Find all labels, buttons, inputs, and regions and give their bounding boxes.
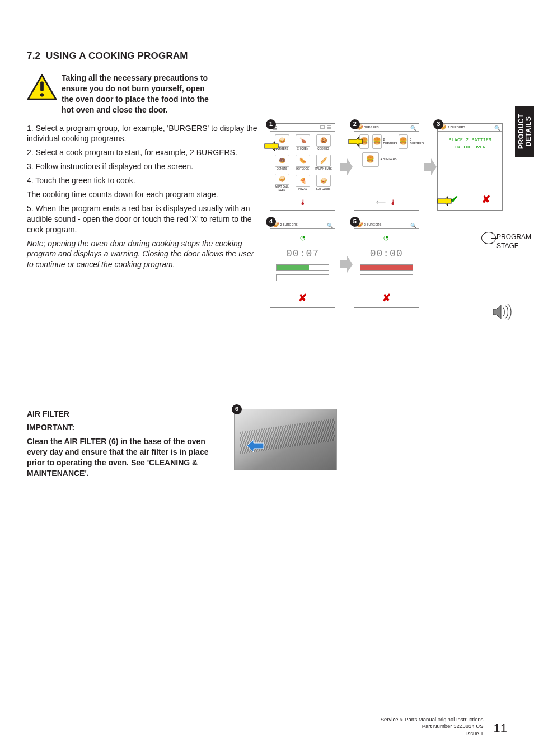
red-x-icon: ✘	[298, 292, 307, 304]
speaker-icon	[491, 302, 513, 321]
page-footer: Service & Parts Manual original Instruct…	[381, 716, 507, 737]
thermometer-icon: 🌡	[299, 197, 307, 208]
figure-column: 1 🥪BURGERS 🍗CHICKEN 🍪COOKIES 🍩DONUTS 🌭HO…	[270, 123, 507, 308]
step-4: 4. Touch the green tick to cook.	[27, 175, 259, 186]
clock-icon: ◔	[274, 234, 331, 242]
footer-line2: Part Number 32Z3814 US	[381, 723, 484, 730]
footer-line3: Issue 1	[381, 730, 484, 737]
magnifier-icon: 🔍	[410, 125, 416, 132]
section-title: 7.2 USING A COOKING PROGRAM	[27, 50, 507, 63]
screen-4-title: 2 BURGERS	[280, 223, 298, 227]
step-5: 5. When the program ends a red bar is di…	[27, 203, 259, 235]
footer-line1: Service & Parts Manual original Instruct…	[381, 716, 484, 723]
air-filter-figure: 6	[234, 409, 338, 479]
screen-3: 3 🥪 2 BURGERS 🔍 PLACE 2 PATTIES IN THE O…	[437, 123, 503, 211]
svg-point-2	[40, 93, 44, 96]
grid-meatball: MEAT BALL SUBS	[272, 185, 292, 192]
clock-icon: ◔	[358, 234, 415, 242]
screen-1: 1 🥪BURGERS 🍗CHICKEN 🍪COOKIES 🍩DONUTS 🌭HO…	[270, 123, 335, 211]
air-filter-text: AIR FILTER IMPORTANT: Clean the AIR FILT…	[27, 409, 223, 479]
lcd-line2: IN THE OVEN	[440, 144, 500, 150]
thermometer-icon: 🌡	[389, 197, 397, 208]
grid-cookies: COOKIES	[317, 147, 329, 151]
arrow-1-2	[340, 158, 354, 175]
page-number: 11	[494, 720, 507, 737]
screen-1-toolbar	[270, 124, 335, 132]
grid-italian: ITALIAN SUBS	[315, 167, 331, 171]
badge-2: 2	[350, 119, 360, 129]
red-x-icon: ✘	[382, 292, 391, 304]
screen-3-title: 2 BURGERS	[448, 125, 466, 129]
badge-4: 4	[266, 217, 276, 227]
pointing-hand-icon	[348, 135, 364, 148]
step-3: 3. Follow instructions if displayed on t…	[27, 161, 259, 172]
pointing-hand-icon	[437, 194, 453, 208]
badge-3: 3	[433, 119, 443, 129]
air-filter-body: Clean the AIR FILTER (6) in the base of …	[27, 436, 223, 479]
screen-5-title: 2 BURGERS	[364, 223, 382, 227]
timer-4: 00:07	[274, 247, 331, 260]
section-title-text: USING A COOKING PROGRAM	[46, 50, 188, 61]
grid-hotdogs: HOTDOGS	[296, 167, 309, 171]
grid-donuts: DONUTS	[277, 167, 287, 171]
side-tab-line1: PRODUCT	[517, 114, 524, 150]
top-rule	[27, 34, 507, 34]
warning-icon	[27, 74, 57, 101]
grid-pizzas: PIZZAS	[298, 188, 307, 191]
program-stage-label: PROGRAM STAGE	[496, 232, 531, 250]
badge-6: 6	[232, 404, 242, 414]
red-x-icon: ✘	[482, 193, 490, 206]
arrow-2-3	[423, 158, 437, 175]
air-filter-heading: AIR FILTER	[27, 409, 223, 419]
svg-rect-3	[321, 125, 324, 129]
screen-5: 5 🥪 2 BURGERS 🔍 ◔ 00:00 ✘	[354, 221, 419, 308]
side-tab-product-details: PRODUCT DETAILS	[515, 106, 534, 157]
arrow-4-5	[340, 256, 354, 273]
air-filter-photo	[234, 409, 337, 470]
blue-arrow-icon	[246, 438, 265, 453]
step-1: 1. Select a program group, for example, …	[27, 123, 259, 144]
svg-rect-1	[40, 81, 44, 91]
back-arrow-icon: ⟸	[376, 198, 386, 207]
badge-5: 5	[350, 217, 360, 227]
list-icon	[326, 124, 332, 130]
warning-box: Taking all the necessary precautions to …	[27, 73, 217, 115]
air-filter-important: IMPORTANT:	[27, 422, 223, 433]
magnifier-icon: 🔍	[494, 125, 500, 132]
grid-subclubs: SUB CLUBS	[316, 188, 331, 191]
countdown-note: The cooking time counts down for each pr…	[27, 189, 259, 200]
bottom-rule	[27, 711, 507, 711]
badge-1: 1	[266, 119, 276, 129]
usb-icon	[320, 124, 325, 130]
timer-5: 00:00	[358, 247, 415, 260]
screen-4: 4 🥪 2 BURGERS 🔍 ◔ 00:07 ✘	[270, 221, 335, 308]
magnifier-icon: 🔍	[410, 222, 416, 229]
step-2: 2. Select a cook program to start, for e…	[27, 147, 259, 158]
pointing-hand-icon	[264, 139, 280, 153]
instruction-column: 1. Select a program group, for example, …	[27, 123, 259, 308]
door-note: Note; opening the oven door during cooki…	[27, 239, 259, 270]
screen-2-title: BURGERS	[364, 125, 379, 129]
lcd-line1: PLACE 2 PATTIES	[440, 137, 500, 143]
side-tab-line2: DETAILS	[524, 114, 532, 150]
grid-chicken: CHICKEN	[297, 147, 308, 151]
section-number: 7.2	[27, 50, 40, 61]
screen-2: 2 🥪 BURGERS 🔍 1🍔🍔2 BURGERS🍔3 BURGERS 🍔4 …	[354, 123, 419, 211]
warning-text: Taking all the necessary precautions to …	[62, 73, 217, 115]
magnifier-icon: 🔍	[327, 222, 333, 229]
